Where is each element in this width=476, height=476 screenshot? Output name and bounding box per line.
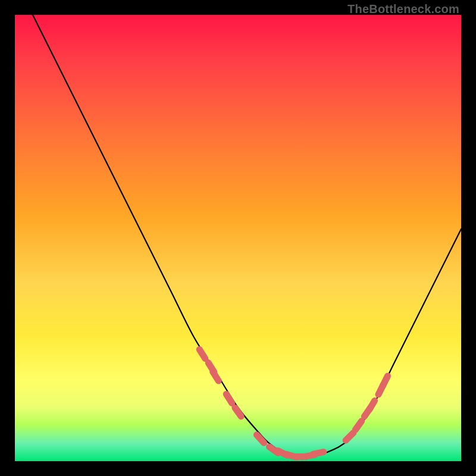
- highlight-dot: [313, 452, 324, 455]
- highlight-dot: [355, 421, 361, 430]
- highlight-dot: [346, 433, 353, 440]
- highlight-dots: [199, 349, 387, 457]
- highlight-dot: [256, 435, 264, 443]
- curve-svg: [15, 15, 461, 461]
- bottleneck-curve-path: [33, 15, 461, 457]
- highlight-dot: [199, 349, 205, 358]
- watermark-text: TheBottleneck.com: [347, 2, 459, 16]
- chart-frame: TheBottleneck.com: [0, 0, 476, 476]
- highlight-dot: [226, 394, 232, 403]
- highlight-dot: [213, 372, 219, 381]
- bottleneck-curve: [33, 15, 461, 457]
- highlight-dot: [383, 376, 388, 386]
- highlight-dot: [235, 408, 241, 416]
- highlight-dot: [369, 401, 374, 411]
- plot-area: [15, 15, 461, 461]
